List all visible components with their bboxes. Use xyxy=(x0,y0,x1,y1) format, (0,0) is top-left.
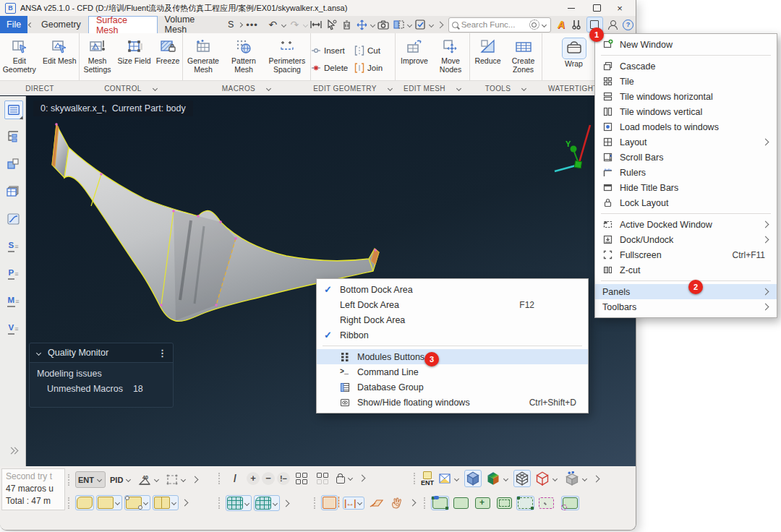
menu-item-fullscreen[interactable]: Fullscreen Ctrl+F11 xyxy=(595,247,777,262)
show-all-button[interactable] xyxy=(292,471,311,486)
ansa-logo-icon[interactable]: A xyxy=(555,17,568,32)
slash-button[interactable]: / xyxy=(226,471,244,486)
menu-item-panels[interactable]: Panels xyxy=(595,284,777,299)
checklist-icon[interactable] xyxy=(414,17,427,32)
size-field-button[interactable]: Size Field xyxy=(116,36,152,66)
generate-mesh-button[interactable]: Generate Mesh xyxy=(184,36,223,74)
minimize-button[interactable] xyxy=(560,0,583,16)
sidebar-properties-button[interactable]: P≡ xyxy=(4,265,22,283)
menu-item-lock-layout[interactable]: Lock Layout xyxy=(595,195,777,210)
sidebar-sets-button[interactable]: S≡ xyxy=(4,238,22,255)
menu-item-new-window[interactable]: New Window xyxy=(595,37,777,52)
sidebar-views-button[interactable]: V≡ xyxy=(4,320,22,338)
split-view-button[interactable] xyxy=(436,471,462,486)
reduce-button[interactable]: Reduce xyxy=(471,36,505,66)
face-magenta-corner-button[interactable] xyxy=(561,496,579,510)
menu-item-left-dock-area[interactable]: Left Dock Area F12 xyxy=(317,297,588,312)
mesh-overflow-icon[interactable] xyxy=(283,499,290,507)
pid-mode-button[interactable]: PID xyxy=(108,472,134,487)
toolbar-grip[interactable] xyxy=(218,497,221,509)
toolbar-grip[interactable] xyxy=(414,473,417,484)
section-label-edit-mesh[interactable]: EDIT MESH xyxy=(396,81,470,95)
edit-geometry-button[interactable]: Edit Geometry xyxy=(0,36,39,74)
undo-dropdown-icon[interactable] xyxy=(281,22,286,27)
undo-icon[interactable]: ↶ xyxy=(266,17,280,32)
menu-item-active-docked-window[interactable]: Active Docked Window xyxy=(595,217,777,232)
show-partial-button[interactable] xyxy=(313,471,332,486)
face-inner-button[interactable] xyxy=(495,495,514,510)
menu-item-dock-undock[interactable]: Dock/Undock xyxy=(595,232,777,247)
search-input[interactable]: Search Func... xyxy=(461,20,528,29)
toolbar-grip[interactable] xyxy=(314,497,317,509)
preferences-tools-icon[interactable] xyxy=(570,17,584,32)
help-icon[interactable]: ? xyxy=(621,17,635,32)
menu-item-tile-vertical[interactable]: Tile windows vertical xyxy=(595,104,777,119)
sidebar-expand-button[interactable] xyxy=(4,442,22,459)
menu-item-tile-horizontal[interactable]: Tile windows horizontal xyxy=(595,89,777,104)
menu-item-rulers[interactable]: Rulers xyxy=(595,165,777,180)
sketch-plane-button[interactable] xyxy=(367,495,385,510)
menu-item-hide-title-bars[interactable]: Hide Title Bars xyxy=(595,180,777,195)
measure-overflow-icon[interactable] xyxy=(409,499,416,507)
menu-item-z-cut[interactable]: Z-cut xyxy=(595,262,777,278)
cut-plane-button[interactable] xyxy=(321,495,338,510)
checklist-dropdown-icon[interactable] xyxy=(429,22,434,27)
mesh-settings-button[interactable]: Mesh Settings xyxy=(80,36,115,74)
section-label-control[interactable]: CONTROL xyxy=(80,81,183,95)
visibility-overflow-icon[interactable] xyxy=(359,475,366,482)
plus-button[interactable]: + xyxy=(247,472,260,485)
measure-button[interactable]: |↔| xyxy=(343,497,364,510)
surface-points-button[interactable] xyxy=(124,495,150,510)
toolbar-grip[interactable] xyxy=(68,497,71,509)
search-dropdown-icon[interactable] xyxy=(541,22,546,27)
menu-item-ribbon[interactable]: ✓ Ribbon xyxy=(317,327,588,343)
delete-geometry-button[interactable]: Delete xyxy=(311,63,354,73)
message-log[interactable]: Second try t 47 macros u Total : 47 m xyxy=(1,468,65,510)
tab-scroll-right-icon[interactable] xyxy=(238,22,243,27)
menu-item-command-line[interactable]: >_ Command Line xyxy=(317,364,588,379)
transform-dropdown-icon[interactable] xyxy=(370,22,375,27)
tab-surface-mesh[interactable]: Surface Mesh xyxy=(88,16,158,33)
menu-item-show-hide-floating[interactable]: Show/Hide floating windows Ctrl+Shift+D xyxy=(317,395,588,410)
hidden-line-mode-button[interactable] xyxy=(533,471,560,486)
face-dashed-button[interactable] xyxy=(516,496,534,510)
freeze-button[interactable]: Freeze xyxy=(153,36,182,66)
menu-item-database-group[interactable]: Database Group xyxy=(317,379,588,395)
surface-flat-button[interactable] xyxy=(96,495,122,510)
join-button[interactable]: Join xyxy=(354,63,392,73)
menu-item-right-dock-area[interactable]: Right Dock Area xyxy=(317,312,588,327)
handles-button[interactable] xyxy=(431,496,449,510)
minus-button[interactable]: − xyxy=(262,472,275,485)
tab-scroll-left-icon[interactable] xyxy=(28,22,33,27)
tab-volume-mesh[interactable]: Volume Mesh xyxy=(158,16,224,33)
solid-face-button[interactable] xyxy=(451,495,471,510)
tab-file[interactable]: File xyxy=(0,16,27,33)
ent-mode-button[interactable]: ENT xyxy=(75,471,106,488)
search-settings-icon[interactable] xyxy=(529,20,539,30)
more-tabs-icon[interactable]: ••• xyxy=(246,20,258,30)
toolbar-grip[interactable] xyxy=(424,497,427,509)
section-label-tools[interactable]: TOOLS xyxy=(470,81,542,95)
maximize-button[interactable] xyxy=(585,0,608,16)
camera-icon[interactable] xyxy=(377,17,390,32)
user-icon[interactable] xyxy=(606,17,620,32)
sidebar-database-list-button[interactable] xyxy=(4,100,23,119)
surface-overflow-icon[interactable] xyxy=(182,499,189,507)
not-minus-button[interactable]: !− xyxy=(277,472,290,485)
menu-item-toolbars[interactable]: Toolbars xyxy=(595,299,777,314)
collapse-icon[interactable] xyxy=(36,350,41,355)
toolbar-grip[interactable] xyxy=(68,474,71,486)
redo-dropdown-icon[interactable] xyxy=(303,22,308,27)
insert-button[interactable]: Insert xyxy=(311,46,354,56)
quality-monitor-header[interactable]: Quality Monitor ⋮ xyxy=(30,343,173,363)
transform-icon[interactable] xyxy=(355,17,369,32)
kebab-menu-icon[interactable]: ⋮ xyxy=(158,348,167,359)
redo-icon[interactable]: ↷ xyxy=(288,17,302,32)
wrap-button[interactable]: Wrap xyxy=(556,36,592,69)
section-label-macros[interactable]: MACROS xyxy=(183,81,311,95)
menu-item-bottom-dock-area[interactable]: ✓ Bottom Dock Area xyxy=(317,282,588,297)
edit-mesh-button[interactable]: Edit Mesh xyxy=(40,36,80,66)
tab-partial[interactable]: S xyxy=(224,16,237,33)
sidebar-curves-button[interactable] xyxy=(4,210,22,228)
perimeters-spacing-button[interactable]: Perimeters Spacing xyxy=(265,36,310,74)
